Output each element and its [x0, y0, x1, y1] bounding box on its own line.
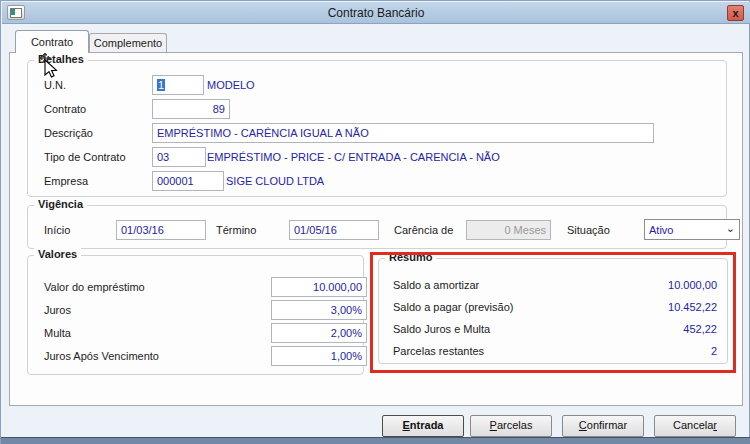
- empresa-value: 000001: [157, 175, 194, 187]
- btn-text: ntrada: [410, 419, 444, 431]
- juros-apos-vencimento-value: 1,00%: [331, 350, 362, 362]
- tab-label: Contrato: [31, 36, 73, 48]
- carencia-label: Carência de: [394, 224, 453, 236]
- situacao-select[interactable]: Ativo ⌄: [644, 219, 740, 240]
- close-button[interactable]: x: [727, 5, 744, 21]
- inicio-label: Início: [44, 224, 70, 236]
- group-resumo: Resumo Saldo a amortizar 10.000,00 Saldo…: [378, 258, 728, 364]
- window-bottom-frame: [1, 437, 750, 444]
- btn-text: onfirmar: [587, 419, 627, 431]
- saldo-juros-multa-label: Saldo Juros e Multa: [393, 323, 490, 335]
- close-icon: x: [732, 7, 738, 19]
- descricao-value: EMPRÉSTIMO - CARÊNCIA IGUAL A NÃO: [157, 127, 369, 139]
- situacao-label: Situação: [567, 224, 610, 236]
- juros-apos-vencimento-field[interactable]: 1,00%: [271, 346, 367, 366]
- tab-page-contrato: Detalhes U.N. 1 MODELO Contrato 89 Descr…: [9, 52, 743, 406]
- group-detalhes-legend: Detalhes: [34, 53, 88, 65]
- tab-label: Complemento: [94, 37, 162, 49]
- multa-label: Multa: [44, 327, 71, 339]
- saldo-pagar-value: 10.452,22: [668, 301, 717, 313]
- contrato-value: 89: [213, 103, 225, 115]
- entrada-button[interactable]: Entrada: [382, 415, 464, 437]
- un-label: U.N.: [44, 79, 66, 91]
- btn-accel: r: [713, 419, 717, 431]
- titlebar: Contrato Bancário x: [2, 2, 750, 24]
- empresa-label: Empresa: [44, 175, 88, 187]
- group-detalhes: Detalhes U.N. 1 MODELO Contrato 89 Descr…: [27, 60, 727, 197]
- juros-label: Juros: [44, 304, 71, 316]
- multa-value: 2,00%: [331, 327, 362, 339]
- dialog-window: Contrato Bancário x Complemento Contrato…: [0, 0, 750, 444]
- tab-complemento[interactable]: Complemento: [89, 33, 167, 53]
- parcelas-button[interactable]: Parcelas: [470, 415, 552, 437]
- btn-text: arcelas: [497, 419, 532, 431]
- valor-emprestimo-value: 10.000,00: [313, 281, 362, 293]
- parcelas-restantes-label: Parcelas restantes: [393, 345, 484, 357]
- multa-field[interactable]: 2,00%: [271, 323, 367, 343]
- situacao-value: Ativo: [649, 224, 673, 236]
- descricao-label: Descrição: [44, 127, 93, 139]
- empresa-field[interactable]: 000001: [152, 171, 224, 191]
- chevron-down-icon: ⌄: [726, 222, 735, 235]
- group-valores-legend: Valores: [34, 248, 81, 260]
- juros-field[interactable]: 3,00%: [271, 300, 367, 320]
- group-vigencia: Vigência Início 01/03/16 Término 01/05/1…: [27, 205, 727, 249]
- inicio-field[interactable]: 01/03/16: [116, 220, 206, 240]
- saldo-amortizar-value: 10.000,00: [668, 279, 717, 291]
- tab-contrato[interactable]: Contrato: [15, 30, 89, 53]
- un-field[interactable]: 1: [152, 75, 204, 95]
- window-title: Contrato Bancário: [2, 6, 750, 20]
- valor-emprestimo-label: Valor do empréstimo: [44, 281, 145, 293]
- btn-accel: E: [403, 419, 410, 431]
- inicio-value: 01/03/16: [121, 224, 164, 236]
- contrato-label: Contrato: [44, 103, 86, 115]
- confirmar-button[interactable]: Confirmar: [562, 415, 644, 437]
- group-resumo-legend: Resumo: [385, 251, 436, 263]
- tipo-contrato-field[interactable]: 03: [152, 147, 206, 167]
- contrato-field[interactable]: 89: [152, 99, 230, 119]
- un-description: MODELO: [207, 79, 255, 91]
- group-vigencia-legend: Vigência: [34, 198, 87, 210]
- carencia-field: 0 Meses: [466, 220, 551, 240]
- juros-apos-vencimento-label: Juros Após Vencimento: [44, 350, 159, 362]
- un-value-selected: 1: [157, 79, 165, 91]
- group-valores: Valores Valor do empréstimo 10.000,00 Ju…: [27, 255, 364, 375]
- juros-value: 3,00%: [331, 304, 362, 316]
- empresa-description: SIGE CLOUD LTDA: [226, 175, 324, 187]
- parcelas-restantes-value: 2: [711, 345, 717, 357]
- termino-field[interactable]: 01/05/16: [289, 220, 379, 240]
- btn-accel: P: [490, 419, 497, 431]
- termino-value: 01/05/16: [294, 224, 337, 236]
- carencia-value: 0 Meses: [504, 224, 546, 236]
- valor-emprestimo-field[interactable]: 10.000,00: [271, 277, 367, 297]
- saldo-amortizar-label: Saldo a amortizar: [393, 279, 479, 291]
- btn-text: Cancela: [673, 419, 713, 431]
- tipo-contrato-label: Tipo de Contrato: [44, 151, 126, 163]
- cancelar-button[interactable]: Cancelar: [654, 415, 736, 437]
- btn-accel: C: [579, 419, 587, 431]
- saldo-pagar-label: Saldo a pagar (previsão): [393, 301, 513, 313]
- saldo-juros-multa-value: 452,22: [683, 323, 717, 335]
- tipo-contrato-description: EMPRÉSTIMO - PRICE - C/ ENTRADA - CARENC…: [207, 151, 500, 163]
- termino-label: Término: [216, 224, 256, 236]
- tipo-contrato-value: 03: [157, 151, 169, 163]
- descricao-field[interactable]: EMPRÉSTIMO - CARÊNCIA IGUAL A NÃO: [152, 123, 654, 143]
